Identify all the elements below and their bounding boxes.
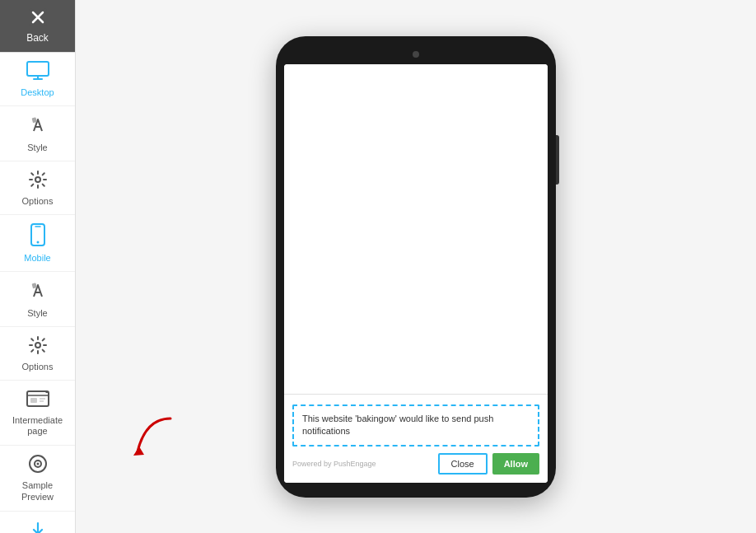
svg-rect-6 bbox=[31, 117, 36, 123]
svg-rect-3 bbox=[27, 62, 49, 76]
style-desktop-icon bbox=[27, 115, 49, 140]
desktop-label: Desktop bbox=[21, 87, 54, 97]
sidebar-item-back[interactable]: Back bbox=[0, 0, 75, 53]
sidebar-item-mobile[interactable]: Mobile bbox=[0, 215, 75, 272]
sidebar-item-sample-preview[interactable]: SamplePreview bbox=[0, 446, 75, 511]
back-label: Back bbox=[26, 32, 49, 44]
intermediate-label: Intermediatepage bbox=[12, 415, 63, 437]
phone-screen-content bbox=[284, 64, 548, 394]
back-x-icon bbox=[29, 8, 47, 30]
style-desktop-label: Style bbox=[27, 143, 47, 152]
save-use-icon bbox=[27, 520, 49, 533]
close-button[interactable]: Close bbox=[438, 453, 488, 475]
desktop-icon bbox=[26, 61, 49, 85]
svg-rect-13 bbox=[27, 391, 49, 406]
notification-text: This website 'bakingow' would like to se… bbox=[302, 413, 530, 438]
svg-point-9 bbox=[36, 241, 39, 244]
phone-notification-area: This website 'bakingow' would like to se… bbox=[284, 394, 548, 483]
svg-rect-11 bbox=[31, 283, 36, 288]
sidebar-item-desktop[interactable]: Desktop bbox=[0, 53, 75, 106]
notification-box: This website 'bakingow' would like to se… bbox=[292, 404, 539, 447]
svg-point-12 bbox=[35, 343, 40, 348]
sidebar-item-options-mobile[interactable]: Options bbox=[0, 327, 75, 381]
sidebar-item-options-desktop[interactable]: Options bbox=[0, 161, 75, 215]
options-mobile-label: Options bbox=[22, 362, 54, 372]
notification-buttons: Close Allow bbox=[438, 453, 539, 475]
sidebar-item-save-use[interactable]: Save & Use bbox=[0, 512, 75, 533]
sidebar: Back Desktop Style bbox=[0, 0, 76, 533]
svg-point-7 bbox=[35, 177, 40, 182]
sidebar-item-intermediate[interactable]: Intermediatepage bbox=[0, 381, 75, 446]
options-mobile-icon bbox=[28, 335, 48, 359]
mobile-label: Mobile bbox=[24, 253, 50, 263]
arrow-annotation bbox=[121, 410, 179, 463]
powered-by-label: Powered by PushEngage bbox=[292, 460, 376, 468]
sample-preview-icon bbox=[28, 454, 48, 478]
sidebar-item-style-desktop[interactable]: Style bbox=[0, 106, 75, 161]
sample-preview-label: SamplePreview bbox=[21, 480, 54, 502]
mobile-icon bbox=[30, 223, 45, 250]
options-desktop-label: Options bbox=[22, 196, 54, 206]
phone-side-button bbox=[556, 135, 559, 185]
svg-point-21 bbox=[36, 463, 39, 465]
phone-mockup: This website 'bakingow' would like to se… bbox=[276, 36, 556, 498]
phone-screen: This website 'bakingow' would like to se… bbox=[284, 64, 548, 483]
intermediate-icon bbox=[26, 389, 49, 413]
notification-footer: Powered by PushEngage Close Allow bbox=[292, 453, 539, 475]
options-desktop-icon bbox=[28, 170, 48, 194]
phone-camera bbox=[413, 51, 419, 58]
main-area: This website 'bakingow' would like to se… bbox=[76, 0, 756, 533]
allow-button[interactable]: Allow bbox=[492, 453, 539, 475]
svg-marker-22 bbox=[133, 447, 144, 456]
svg-rect-15 bbox=[30, 398, 37, 403]
style-mobile-icon bbox=[27, 280, 49, 306]
sidebar-item-style-mobile[interactable]: Style bbox=[0, 272, 75, 327]
style-mobile-label: Style bbox=[27, 308, 47, 318]
